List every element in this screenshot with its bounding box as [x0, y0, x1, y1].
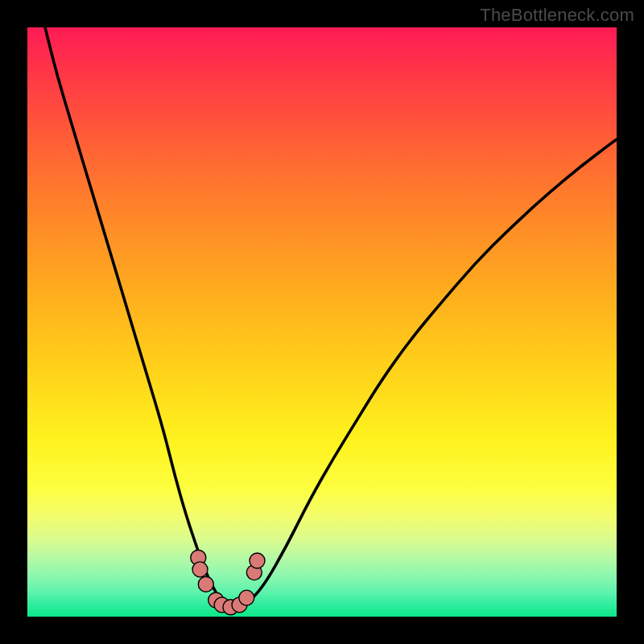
curve-marker	[192, 562, 208, 577]
curve-layer	[27, 27, 617, 617]
plot-area	[27, 27, 617, 617]
bottleneck-curve	[45, 27, 617, 607]
watermark-text: TheBottleneck.com	[480, 5, 634, 26]
curve-marker	[239, 590, 254, 605]
curve-marker	[198, 576, 213, 592]
curve-marker	[250, 553, 265, 568]
chart-frame: TheBottleneck.com	[0, 0, 644, 644]
